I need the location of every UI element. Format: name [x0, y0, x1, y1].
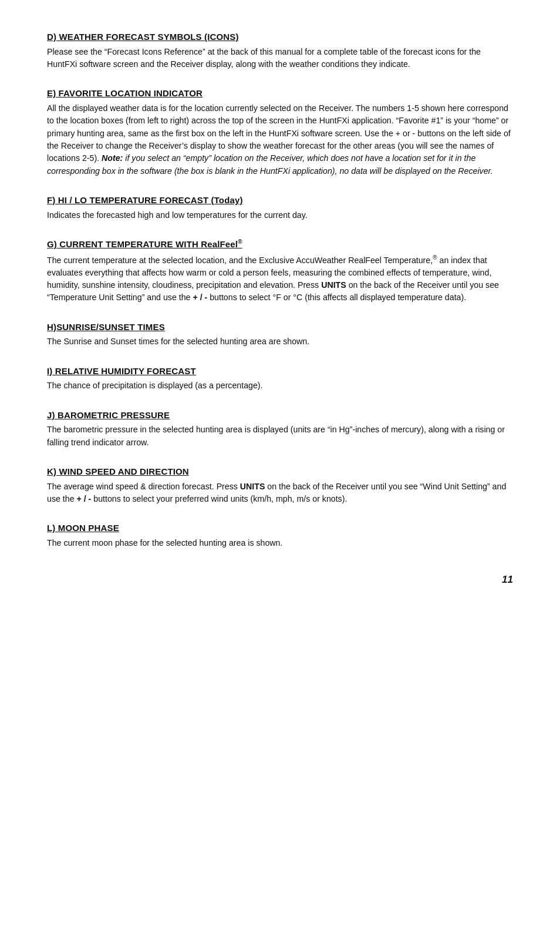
section-e-body: All the displayed weather data is for th… — [47, 102, 513, 177]
page-number: 11 — [47, 573, 513, 587]
section-e-heading: E) FAVORITE LOCATION INDICATOR — [47, 87, 513, 100]
section-l-heading: L) MOON PHASE — [47, 522, 513, 535]
section-g-heading: G) CURRENT TEMPERATURE WITH RealFeel® — [47, 238, 513, 251]
section-d-heading: D) WEATHER FORECAST SYMBOLS (ICONS) — [47, 31, 513, 43]
section-i: I) RELATIVE HUMIDITY FORECAST The chance… — [47, 365, 513, 392]
section-h-heading: H)SUNRISE/SUNSET TIMES — [47, 321, 513, 334]
units-label-k: UNITS — [240, 482, 265, 491]
section-d: D) WEATHER FORECAST SYMBOLS (ICONS) Plea… — [47, 31, 513, 70]
section-k: K) WIND SPEED AND DIRECTION The average … — [47, 465, 513, 505]
units-label-g: UNITS — [321, 280, 346, 290]
section-e: E) FAVORITE LOCATION INDICATOR All the d… — [47, 87, 513, 177]
plus-minus-k: + / - — [76, 494, 91, 503]
section-j: J) BAROMETRIC PRESSURE The barometric pr… — [47, 409, 513, 449]
section-l-body: The current moon phase for the selected … — [47, 537, 513, 549]
section-h: H)SUNRISE/SUNSET TIMES The Sunrise and S… — [47, 321, 513, 348]
section-i-body: The chance of precipitation is displayed… — [47, 379, 513, 392]
section-k-heading: K) WIND SPEED AND DIRECTION — [47, 465, 513, 478]
section-j-body: The barometric pressure in the selected … — [47, 424, 513, 449]
section-j-heading: J) BAROMETRIC PRESSURE — [47, 409, 513, 422]
section-h-body: The Sunrise and Sunset times for the sel… — [47, 335, 513, 348]
section-g-body: The current temperature at the selected … — [47, 253, 513, 304]
section-f-heading: F) HI / LO TEMPERATURE FORECAST (Today) — [47, 194, 513, 207]
section-g: G) CURRENT TEMPERATURE WITH RealFeel® Th… — [47, 238, 513, 304]
section-i-heading: I) RELATIVE HUMIDITY FORECAST — [47, 365, 513, 378]
note-label: Note: — [102, 153, 123, 163]
section-d-body: Please see the “Forecast Icons Reference… — [47, 46, 513, 71]
section-f: F) HI / LO TEMPERATURE FORECAST (Today) … — [47, 194, 513, 221]
section-k-body: The average wind speed & direction forec… — [47, 481, 513, 506]
plus-minus-g: + / - — [193, 293, 207, 302]
section-f-body: Indicates the forecasted high and low te… — [47, 209, 513, 221]
section-l: L) MOON PHASE The current moon phase for… — [47, 522, 513, 549]
